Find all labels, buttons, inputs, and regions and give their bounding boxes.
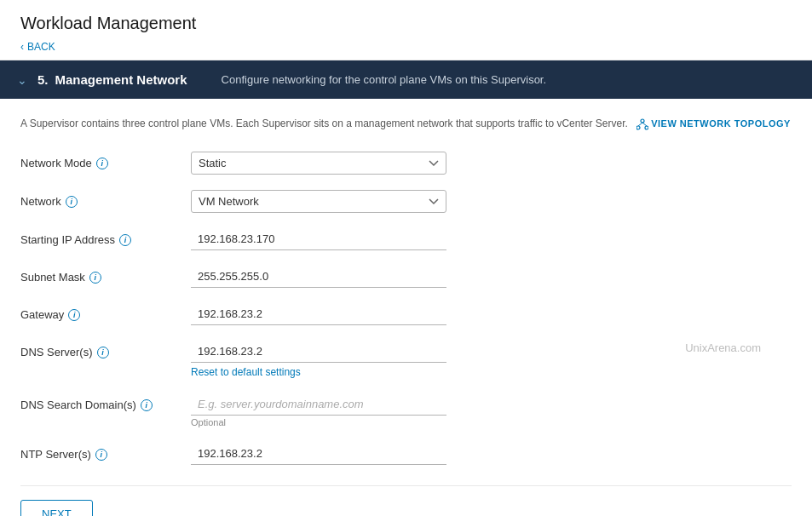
chevron-left-icon: ‹ (20, 41, 24, 53)
starting-ip-input[interactable] (191, 228, 446, 250)
ntp-servers-info-icon[interactable]: i (95, 449, 107, 461)
gateway-label: Gateway (20, 308, 64, 321)
dns-search-label: DNS Search Domain(s) (20, 398, 136, 411)
chevron-down-icon: ⌄ (17, 73, 27, 87)
svg-line-3 (638, 123, 642, 126)
gateway-input-wrap (191, 303, 617, 325)
subnet-mask-input-wrap (191, 266, 617, 288)
subnet-mask-info-icon[interactable]: i (89, 272, 101, 284)
dns-servers-input[interactable] (191, 341, 446, 363)
dns-search-input-wrap: Optional (191, 393, 617, 427)
back-link[interactable]: ‹ BACK (20, 41, 55, 53)
network-mode-input-wrap: Static (191, 152, 617, 175)
dns-search-info-icon[interactable]: i (141, 399, 153, 411)
dns-reset-link[interactable]: Reset to default settings (191, 366, 617, 378)
dns-search-optional: Optional (191, 417, 617, 427)
network-mode-row: Network Mode i Static (20, 152, 617, 175)
dns-search-input[interactable] (191, 393, 446, 416)
ntp-servers-row: NTP Server(s) i (20, 443, 617, 465)
network-mode-info-icon[interactable]: i (96, 158, 108, 169)
dns-servers-label: DNS Server(s) (20, 346, 93, 358)
network-info-icon[interactable]: i (66, 196, 78, 208)
form-section: Network Mode i Static Network i VM Netwo… (20, 152, 617, 465)
network-input-wrap: VM Network (191, 190, 617, 213)
network-mode-select[interactable]: Static (191, 152, 446, 175)
dns-search-row: DNS Search Domain(s) i Optional (20, 393, 617, 427)
ntp-servers-input-wrap (191, 443, 617, 465)
page-title: Workload Management (20, 14, 792, 33)
gateway-info-icon[interactable]: i (68, 309, 80, 321)
gateway-input[interactable] (191, 303, 446, 325)
ntp-servers-input[interactable] (191, 443, 446, 465)
starting-ip-info-icon[interactable]: i (119, 234, 131, 246)
step-description: Configure networking for the control pla… (222, 73, 547, 86)
step-header: ⌄ 5. Management Network Configure networ… (0, 60, 812, 99)
info-text: A Supervisor contains three control plan… (20, 116, 792, 131)
gateway-row: Gateway i (20, 303, 617, 325)
network-mode-label: Network Mode (20, 157, 92, 169)
step-title: Management Network (55, 72, 187, 87)
starting-ip-input-wrap (191, 228, 617, 250)
dns-servers-row: DNS Server(s) i Reset to default setting… (20, 341, 617, 378)
network-select[interactable]: VM Network (191, 190, 446, 213)
back-label: BACK (27, 41, 55, 53)
dns-servers-info-icon[interactable]: i (97, 347, 109, 358)
network-label: Network (20, 195, 61, 208)
svg-point-0 (641, 119, 644, 123)
network-row: Network i VM Network (20, 190, 617, 213)
starting-ip-label: Starting IP Address (20, 233, 115, 246)
svg-point-1 (636, 126, 640, 129)
subnet-mask-label: Subnet Mask (20, 271, 85, 284)
dns-servers-input-wrap: Reset to default settings (191, 341, 617, 378)
svg-point-2 (645, 126, 648, 129)
step-number: 5. (37, 72, 49, 87)
footer: NEXT (20, 485, 792, 516)
subnet-mask-row: Subnet Mask i (20, 266, 617, 288)
starting-ip-row: Starting IP Address i (20, 228, 617, 250)
topology-icon (636, 118, 648, 130)
next-button[interactable]: NEXT (20, 500, 93, 516)
watermark: UnixArena.com (685, 341, 761, 354)
subnet-mask-input[interactable] (191, 266, 446, 288)
ntp-servers-label: NTP Server(s) (20, 448, 91, 461)
svg-line-4 (642, 123, 647, 126)
view-topology-link[interactable]: VIEW NETWORK TOPOLOGY (651, 118, 791, 129)
